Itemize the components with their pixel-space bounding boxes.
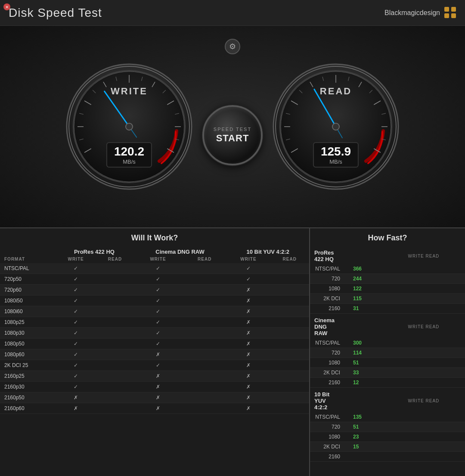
read-speed-cell xyxy=(443,368,465,378)
table-cell xyxy=(183,403,226,414)
list-item: 720244 xyxy=(310,274,465,284)
table-cell: ✗ xyxy=(226,306,270,317)
table-cell: 1080p30 xyxy=(0,328,55,339)
table-cell: ✓ xyxy=(133,339,183,349)
table-cell xyxy=(270,285,309,296)
format-cell: 2K DCI xyxy=(310,368,344,378)
read-speed-cell xyxy=(443,348,465,358)
table-cell: ✗ xyxy=(226,285,270,296)
table-row: 1080p25✓✓✗ xyxy=(0,317,309,328)
table-cell: 2160p25 xyxy=(0,371,55,382)
table-cell: 1080p25 xyxy=(0,317,55,328)
table-cell xyxy=(96,285,133,296)
list-item: 72051 xyxy=(310,422,465,432)
table-cell xyxy=(183,263,226,274)
table-cell: 2160p50 xyxy=(0,392,55,403)
write-speed-cell: 115 xyxy=(344,294,443,304)
col-w2: WRITE xyxy=(133,256,183,263)
write-speed-cell: 12 xyxy=(344,378,443,388)
list-item: 1080122 xyxy=(310,284,465,294)
table-cell: ✓ xyxy=(55,317,96,328)
table-cell: ✓ xyxy=(226,274,270,285)
write-gauge-container: WRITE 120.2 MB/s xyxy=(65,62,194,191)
table-cell xyxy=(96,306,133,317)
list-item: 2160 xyxy=(310,452,465,462)
table-cell xyxy=(96,317,133,328)
brand-container: Blackmagicdesign xyxy=(384,7,456,19)
svg-point-47 xyxy=(332,123,339,130)
table-cell xyxy=(270,328,309,339)
table-cell xyxy=(96,403,133,414)
format-cell: 2160 xyxy=(310,304,344,314)
table-cell xyxy=(183,317,226,328)
brand-name: Blackmagicdesign xyxy=(384,9,440,17)
table-cell xyxy=(183,382,226,392)
codec-row: Cinema DNG RAWWRITE READ xyxy=(310,314,465,339)
write-speed-cell: 51 xyxy=(344,358,443,368)
table-cell: ✓ xyxy=(133,306,183,317)
table-cell: ✗ xyxy=(226,392,270,403)
start-label-main: START xyxy=(216,133,249,144)
list-item: 216031 xyxy=(310,304,465,314)
format-cell: NTSC/PAL xyxy=(310,412,344,422)
write-speed-cell: 244 xyxy=(344,274,443,284)
how-fast-panel: How Fast? ProRes 422 HQWRITE READNTSC/PA… xyxy=(310,228,465,476)
format-cell: 2160 xyxy=(310,452,344,462)
table-cell: ✓ xyxy=(133,274,183,285)
read-speed-cell xyxy=(443,378,465,388)
will-it-work-body: NTSC/PAL✓✓✓720p50✓✓✓720p60✓✓✗1080i50✓✓✗1… xyxy=(0,263,309,414)
start-button[interactable]: SPEED TEST START xyxy=(202,105,263,165)
table-cell: ✗ xyxy=(55,392,96,403)
table-cell xyxy=(270,274,309,285)
table-cell: ✗ xyxy=(226,317,270,328)
svg-point-22 xyxy=(126,123,133,130)
table-cell: ✓ xyxy=(55,360,96,371)
write-speed-cell: 122 xyxy=(344,284,443,294)
table-cell xyxy=(96,382,133,392)
write-speed-cell: 114 xyxy=(344,348,443,358)
table-cell xyxy=(96,360,133,371)
format-cell: 2160 xyxy=(310,378,344,388)
read-unit: MB/s xyxy=(321,159,351,165)
format-cell: NTSC/PAL xyxy=(310,264,344,274)
table-cell: 2K DCI 25 xyxy=(0,360,55,371)
table-cell xyxy=(183,274,226,285)
close-button[interactable]: ✕ xyxy=(3,3,10,10)
table-cell xyxy=(96,296,133,306)
codec-header-row: ProRes 422 HQ Cinema DNG RAW 10 Bit YUV … xyxy=(0,246,309,256)
col-r1: READ xyxy=(96,256,133,263)
table-row: 2K DCI 25✓✓✗ xyxy=(0,360,309,371)
write-speed-cell: 135 xyxy=(344,412,443,422)
read-label: READ xyxy=(320,86,352,97)
table-cell: NTSC/PAL xyxy=(0,263,55,274)
table-row: 1080p60✓✗✗ xyxy=(0,349,309,360)
read-speed-cell xyxy=(443,284,465,294)
cdng-header: Cinema DNG RAW xyxy=(133,246,227,256)
table-cell: ✓ xyxy=(133,296,183,306)
table-cell: ✓ xyxy=(226,263,270,274)
write-label: WRITE xyxy=(111,86,148,97)
table-cell: 720p50 xyxy=(0,274,55,285)
table-cell: ✗ xyxy=(226,339,270,349)
format-cell: NTSC/PAL xyxy=(310,338,344,348)
table-cell: ✓ xyxy=(133,360,183,371)
col-format: FORMAT xyxy=(0,256,55,263)
table-cell xyxy=(270,317,309,328)
table-row: 720p60✓✓✗ xyxy=(0,285,309,296)
settings-button[interactable]: ⚙ xyxy=(225,39,240,54)
table-cell xyxy=(270,339,309,349)
write-speed-cell: 300 xyxy=(344,338,443,348)
table-cell xyxy=(183,306,226,317)
list-item: 216012 xyxy=(310,378,465,388)
table-cell: ✓ xyxy=(55,285,96,296)
write-unit: MB/s xyxy=(114,159,144,165)
write-value: 120.2 xyxy=(114,145,144,159)
table-cell xyxy=(270,371,309,382)
pres422hq-header: ProRes 422 HQ xyxy=(55,246,133,256)
table-row: 1080i60✓✓✗ xyxy=(0,306,309,317)
table-cell: 1080p60 xyxy=(0,349,55,360)
format-header xyxy=(0,246,55,256)
table-cell xyxy=(270,392,309,403)
table-cell xyxy=(183,371,226,382)
read-speed-cell xyxy=(443,442,465,452)
